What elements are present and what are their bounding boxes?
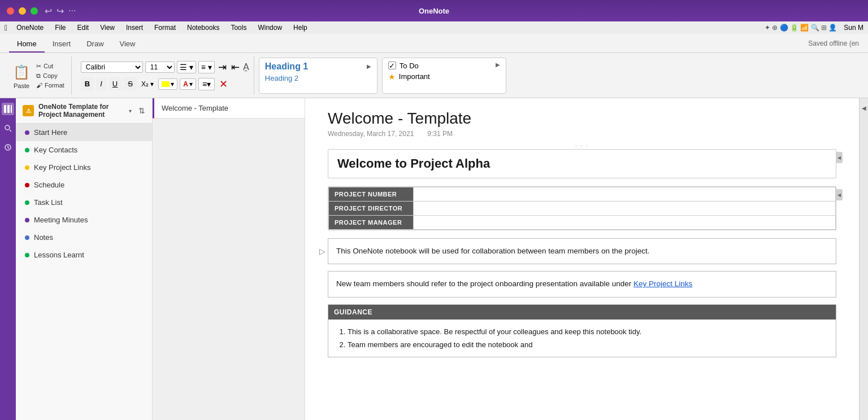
font-color-icon: A	[183, 80, 188, 88]
menu-window[interactable]: Window	[253, 21, 287, 34]
bold-button[interactable]: B	[81, 77, 94, 90]
important-tag[interactable]: ★ Important	[388, 72, 500, 81]
table-row-project-manager: PROJECT MANAGER	[329, 216, 836, 230]
section-meeting-minutes[interactable]: Meeting Minutes	[16, 211, 152, 229]
clipboard-small-buttons: ✂ Cut ⧉ Copy 🖌 Format	[34, 62, 67, 89]
highlight-button[interactable]: ▾	[158, 78, 177, 90]
note-area[interactable]: Welcome - Template Wednesday, March 17, …	[305, 98, 859, 420]
status-icons: ✦ ⊕ 🔵 🔋 📶 🔍 ⊞ 👤	[765, 24, 837, 32]
heading2-style: Heading 2	[265, 74, 371, 82]
section-key-contacts[interactable]: Key Contacts	[16, 141, 152, 159]
maximize-button[interactable]	[31, 7, 38, 15]
notebooks-icon[interactable]	[2, 103, 14, 115]
tags-panel[interactable]: ✓ To Do ▶ ★ Important	[382, 58, 506, 94]
undo-button[interactable]: ↩	[45, 6, 52, 16]
indent-decrease-button[interactable]: ⇤	[230, 60, 241, 75]
menu-help[interactable]: Help	[289, 21, 312, 34]
menu-edit[interactable]: Edit	[73, 21, 94, 34]
tags-expand-icon[interactable]: ▶	[496, 62, 500, 70]
section-notes[interactable]: Notes	[16, 229, 152, 246]
menu-notebooks[interactable]: Notebooks	[183, 21, 224, 34]
menu-onenote[interactable]: OneNote	[12, 21, 48, 34]
collapse-handle[interactable]: ◀	[836, 152, 843, 163]
minimize-button[interactable]	[19, 7, 26, 15]
bullets-button[interactable]: ☰ ▾	[177, 61, 196, 73]
subscript-button[interactable]: X₂ ▾	[139, 79, 156, 89]
section-start-here[interactable]: Start Here	[16, 124, 152, 141]
project-number-value[interactable]	[414, 187, 836, 202]
font-color-button[interactable]: A▾	[180, 78, 196, 90]
todo-checkbox-icon: ✓	[388, 62, 396, 69]
menu-view[interactable]: View	[96, 21, 119, 34]
drag-handle[interactable]: · · ·	[575, 143, 589, 149]
section-task-list[interactable]: Task List	[16, 194, 152, 211]
section-lessons-learnt[interactable]: Lessons Learnt	[16, 246, 152, 264]
more-button[interactable]: ···	[68, 6, 76, 16]
key-project-links-link[interactable]: Key Project Links	[633, 279, 692, 288]
close-button[interactable]	[7, 7, 14, 15]
menu-format[interactable]: Format	[150, 21, 180, 34]
page-welcome-template[interactable]: Welcome - Template	[153, 98, 305, 119]
traffic-lights	[7, 7, 38, 15]
apple-menu[interactable]: 	[5, 23, 7, 32]
italic-button[interactable]: I	[96, 77, 106, 90]
indent-increase-button[interactable]: ⇥	[217, 60, 228, 75]
tab-home[interactable]: Home	[9, 36, 45, 53]
copy-button[interactable]: ⧉ Copy	[34, 72, 67, 80]
notebook-header[interactable]: ⚠ OneNote Template for Project Managemen…	[16, 98, 152, 124]
project-director-label: PROJECT DIRECTOR	[329, 202, 414, 216]
section-label-key-project-links: Key Project Links	[34, 163, 145, 172]
paste-button[interactable]: 📋 Paste	[11, 62, 32, 89]
section-label-lessons-learnt: Lessons Learnt	[34, 251, 145, 259]
project-manager-value[interactable]	[414, 216, 836, 230]
info-collapse-handle[interactable]: ◀	[836, 189, 843, 200]
right-collapse-panel[interactable]: ◀	[859, 98, 868, 420]
section-dot-notes	[25, 235, 29, 240]
copy-icon: ⧉	[36, 72, 41, 80]
font-size-select[interactable]: 11	[145, 62, 175, 73]
font-group: Calibri 11 ☰ ▾ ≡ ▾ ⇥ ⇤ A̱ B I U S X₂ ▾ ▾	[76, 56, 254, 95]
section-label-start-here: Start Here	[34, 128, 145, 137]
cut-button[interactable]: ✂ Cut	[34, 62, 67, 71]
scissors-icon: ✂	[36, 63, 41, 70]
ribbon-tabs: Home Insert Draw View Saved offline (en	[0, 34, 868, 53]
section-dot-lessons-learnt	[25, 253, 29, 257]
menu-file[interactable]: File	[50, 21, 70, 34]
text-card-1: ▷ This OneNote notebook will be used for…	[328, 238, 836, 264]
font-family-row: Calibri 11 ☰ ▾ ≡ ▾ ⇥ ⇤ A̱	[81, 60, 249, 75]
search-sidebar-icon[interactable]	[2, 122, 14, 134]
window-controls: ↩ ↪ ···	[45, 6, 76, 16]
align-button[interactable]: ≡▾	[198, 78, 215, 90]
tab-draw[interactable]: Draw	[79, 36, 111, 53]
note-title: Welcome - Template	[328, 110, 836, 128]
tab-insert[interactable]: Insert	[45, 36, 79, 53]
font-family-select[interactable]: Calibri	[81, 62, 143, 73]
styles-expand-icon[interactable]: ▶	[367, 63, 371, 69]
format-icon: 🖌	[36, 82, 42, 89]
block-drag-left[interactable]: ▷	[319, 247, 326, 256]
redo-button[interactable]: ↪	[57, 6, 64, 16]
clock: Sun M	[844, 24, 863, 32]
svg-line-4	[10, 130, 11, 132]
recent-icon[interactable]	[2, 141, 14, 154]
tab-view[interactable]: View	[112, 36, 144, 53]
todo-tag[interactable]: ✓ To Do	[388, 62, 419, 70]
guidance-card: GUIDANCE This is a collaborative space. …	[328, 304, 836, 358]
sort-button[interactable]: ⇅	[138, 106, 145, 115]
svg-rect-0	[4, 105, 6, 113]
section-key-project-links[interactable]: Key Project Links	[16, 159, 152, 176]
format-button[interactable]: 🖌 Format	[34, 81, 67, 89]
clear-formatting-button[interactable]: A̱	[243, 62, 249, 72]
styles-panel[interactable]: Heading 1 ▶ Heading 2	[259, 58, 377, 94]
text-card-1-content[interactable]: This OneNote notebook will be used for c…	[328, 239, 836, 264]
underline-button[interactable]: U	[108, 77, 121, 90]
guidance-item-2: Team members are encouraged to edit the …	[348, 338, 828, 351]
strikethrough-button[interactable]: S	[124, 77, 137, 90]
section-schedule[interactable]: Schedule	[16, 176, 152, 194]
title-bar: ↩ ↪ ··· OneNote	[0, 0, 868, 21]
menu-insert[interactable]: Insert	[121, 21, 147, 34]
numbering-button[interactable]: ≡ ▾	[198, 61, 215, 73]
project-director-value[interactable]	[414, 202, 836, 216]
menu-tools[interactable]: Tools	[226, 21, 251, 34]
clear-button[interactable]: ✕	[217, 77, 230, 91]
